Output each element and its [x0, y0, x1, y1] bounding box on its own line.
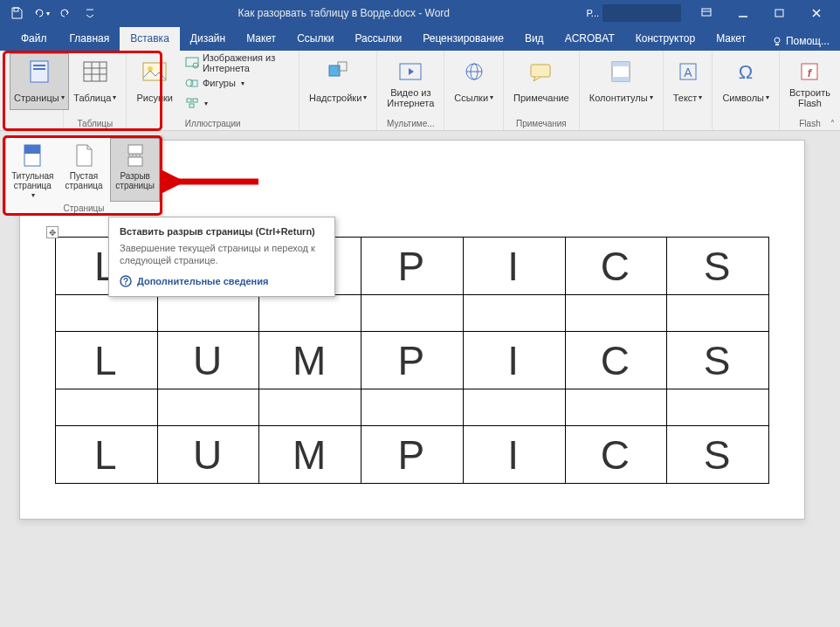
group-comments: Примечание Примечания — [504, 51, 580, 130]
table-button[interactable]: Таблица▾ — [69, 53, 120, 110]
video-icon — [397, 60, 423, 83]
page-break-icon — [126, 143, 145, 168]
user-label: Р... — [587, 8, 599, 18]
flash-icon: f — [798, 60, 821, 83]
text-button[interactable]: A Текст▾ — [669, 53, 707, 110]
group-text: A Текст▾ — [664, 51, 713, 130]
tab-home[interactable]: Главная — [59, 27, 120, 51]
tab-mailings[interactable]: Рассылки — [344, 27, 412, 51]
help-icon: ? — [120, 275, 132, 287]
window-controls — [688, 1, 835, 25]
symbols-button[interactable]: Ω Символы▾ — [718, 53, 774, 110]
svg-rect-16 — [189, 104, 194, 107]
close-button[interactable] — [798, 1, 835, 25]
links-button[interactable]: Ссылки▾ — [450, 53, 498, 110]
ribbon-tabs: Файл Главная Вставка Дизайн Макет Ссылки… — [0, 26, 840, 51]
tab-review[interactable]: Рецензирование — [412, 27, 514, 51]
tab-insert[interactable]: Вставка — [120, 27, 180, 51]
group-tables: Таблица▾ Таблицы — [64, 51, 127, 130]
svg-rect-14 — [187, 99, 191, 102]
ribbon-options-button[interactable] — [688, 1, 725, 25]
blank-page-icon — [74, 143, 93, 168]
redo-button[interactable] — [54, 2, 77, 24]
table-row[interactable]: LUMPICS — [56, 426, 769, 484]
tab-table-design[interactable]: Конструктор — [625, 27, 706, 51]
svg-point-3 — [775, 38, 780, 43]
pictures-button[interactable]: Рисунки — [132, 53, 177, 110]
maximize-button[interactable] — [761, 1, 798, 25]
online-images-icon — [185, 57, 199, 69]
svg-rect-5 — [33, 65, 45, 66]
svg-text:Ω: Ω — [739, 61, 753, 83]
lightbulb-icon — [772, 36, 782, 46]
group-illustrations: Рисунки Изображения из Интернета Фигуры▾… — [127, 51, 300, 130]
group-links: Ссылки▾ — [444, 51, 504, 130]
svg-rect-33 — [128, 145, 142, 154]
svg-rect-2 — [775, 10, 783, 17]
svg-rect-24 — [612, 62, 630, 66]
tooltip-more-info-link[interactable]: ? Дополнительные сведения — [120, 275, 324, 287]
group-symbols: Ω Символы▾ — [713, 51, 780, 130]
pages-dropdown-panel: Титульная страница▾ Пустая страница Разр… — [5, 135, 162, 214]
group-multimedia: Видео из Интернета Мультиме... — [377, 51, 444, 130]
user-info[interactable] — [602, 4, 681, 22]
svg-rect-32 — [24, 145, 40, 154]
group-headerfooter: Колонтитулы▾ — [580, 51, 664, 130]
cover-page-button[interactable]: Титульная страница▾ — [8, 138, 58, 202]
tooltip: Вставить разрыв страницы (Ctrl+Return) З… — [108, 217, 335, 297]
annotation-arrow — [162, 169, 267, 195]
tab-layout[interactable]: Макет — [236, 27, 286, 51]
smartart-icon — [185, 97, 199, 109]
cover-page-icon — [23, 143, 42, 168]
tab-references[interactable]: Ссылки — [286, 27, 344, 51]
shapes-button[interactable]: Фигуры▾ — [181, 73, 293, 93]
collapse-ribbon-button[interactable]: ˄ — [830, 119, 835, 128]
svg-rect-0 — [14, 8, 18, 11]
online-video-button[interactable]: Видео из Интернета — [382, 53, 438, 110]
blank-page-button[interactable]: Пустая страница — [59, 138, 109, 202]
ribbon: Страницы▾ Таблица▾ Таблицы Рисунки Изобр… — [0, 51, 840, 131]
save-button[interactable] — [5, 2, 28, 24]
comment-button[interactable]: Примечание — [509, 53, 574, 110]
svg-rect-25 — [612, 77, 630, 81]
document-title: Как разорвать таблицу в Ворде.docx - Wor… — [101, 7, 587, 19]
page-break-button[interactable]: Разрыв страницы — [110, 138, 160, 202]
qat-customize-button[interactable] — [79, 2, 101, 24]
tab-design[interactable]: Дизайн — [180, 27, 236, 51]
svg-rect-15 — [193, 99, 197, 102]
links-icon — [462, 60, 486, 83]
group-addins: Надстройки▾ — [300, 51, 377, 130]
tab-file[interactable]: Файл — [10, 27, 58, 51]
flash-button[interactable]: f Встроить Flash — [785, 53, 835, 110]
svg-text:?: ? — [123, 277, 128, 286]
svg-rect-22 — [531, 65, 550, 77]
addins-icon — [326, 60, 350, 83]
shapes-icon — [185, 77, 199, 89]
addins-button[interactable]: Надстройки▾ — [305, 53, 371, 110]
svg-rect-7 — [84, 62, 107, 81]
svg-rect-34 — [128, 157, 142, 166]
online-images-button[interactable]: Изображения из Интернета — [181, 53, 293, 72]
svg-rect-8 — [143, 63, 166, 80]
headerfooter-button[interactable]: Колонтитулы▾ — [585, 53, 658, 110]
symbols-icon: Ω — [734, 60, 757, 83]
more-illustrations-button[interactable]: ▾ — [181, 93, 293, 113]
table-row[interactable]: LUMPICS — [56, 332, 769, 389]
tab-view[interactable]: Вид — [514, 27, 554, 51]
table-row[interactable] — [56, 295, 769, 332]
tab-table-layout[interactable]: Макет — [706, 27, 756, 51]
table-row[interactable] — [56, 389, 769, 426]
undo-button[interactable]: ▾ — [30, 2, 52, 24]
table-move-handle[interactable]: ✥ — [46, 226, 59, 238]
title-bar: ▾ Как разорвать таблицу в Ворде.docx - W… — [0, 0, 840, 26]
headerfooter-icon — [609, 60, 633, 83]
minimize-button[interactable] — [725, 1, 761, 25]
pages-button[interactable]: Страницы▾ — [10, 53, 69, 110]
tab-acrobat[interactable]: ACROBAT — [554, 27, 625, 51]
tooltip-description: Завершение текущей страницы и переход к … — [120, 242, 324, 266]
tell-me[interactable]: Помощ... — [765, 35, 840, 51]
group-pages: Страницы▾ — [4, 51, 64, 130]
tooltip-title: Вставить разрыв страницы (Ctrl+Return) — [120, 226, 324, 237]
table-icon — [82, 59, 108, 84]
svg-rect-10 — [186, 58, 198, 66]
